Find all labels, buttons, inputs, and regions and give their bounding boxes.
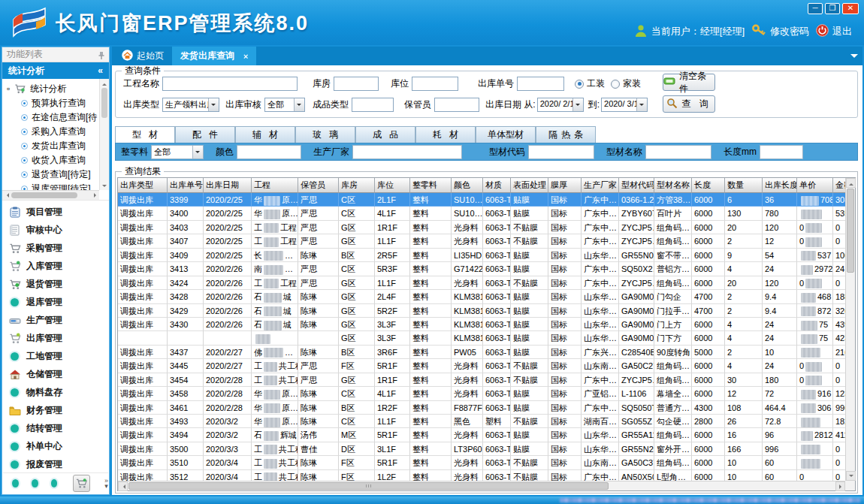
column-header[interactable]: 膜厚 bbox=[548, 178, 582, 193]
outbound-type-select[interactable]: 生产领料出库 bbox=[162, 98, 219, 112]
sidebar-item-material-inventory[interactable]: 物料盘存 bbox=[2, 383, 109, 401]
search-button[interactable]: 查 询 bbox=[663, 95, 715, 113]
column-header[interactable]: 长度 bbox=[692, 178, 725, 193]
mtab-product[interactable]: 成品 bbox=[355, 126, 415, 143]
mtab-auxiliary[interactable]: 辅材 bbox=[235, 126, 295, 143]
column-header[interactable]: 保管员 bbox=[298, 178, 339, 193]
table-row[interactable]: G区3L3F整料KLM38176063-T5贴膜国标山东华…GA90M09.门下… bbox=[118, 331, 845, 345]
scrollbar-thumb[interactable] bbox=[128, 482, 609, 490]
column-header[interactable]: 生产厂家 bbox=[582, 178, 619, 193]
table-row[interactable]: 调拨出库34002020/2/25华原…严思C区4L1F整料SU10…6063-… bbox=[118, 207, 845, 220]
scroll-left-icon[interactable] bbox=[121, 484, 125, 489]
column-header[interactable]: 出库单号 bbox=[168, 178, 204, 193]
close-button[interactable]: ✕ bbox=[842, 3, 859, 14]
profile-code-input[interactable] bbox=[528, 145, 594, 159]
tree-root-statistical-analysis[interactable]: ▫统计分析 bbox=[7, 81, 98, 96]
tab-start-page[interactable]: 起始页 bbox=[113, 47, 172, 65]
table-row[interactable]: 调拨出库34932020/3/2华原…陈琳C区1L1F整料黑色塑料不贴膜国标湖南… bbox=[118, 415, 845, 428]
scroll-up-icon[interactable] bbox=[102, 81, 107, 86]
scrollbar-thumb[interactable] bbox=[101, 88, 107, 118]
sidebar-group-header[interactable]: 统计分析 « bbox=[2, 62, 109, 79]
mtab-single-profile[interactable]: 单体型材 bbox=[476, 126, 536, 143]
order-no-input[interactable] bbox=[517, 77, 564, 91]
tree-expander-icon[interactable]: ▫ bbox=[7, 83, 10, 94]
table-row[interactable]: 调拨出库34072020/2/25工工程严思G区1L1F整料光身料6063-T5… bbox=[118, 234, 845, 248]
table-row[interactable]: 调拨出库34292020/2/26石城陈琳G区5R2F整料KLM38176063… bbox=[118, 304, 845, 318]
date-to-picker[interactable]: 2020/ 3/16 bbox=[601, 98, 648, 112]
date-from-picker[interactable]: 2020/ 2/16 bbox=[537, 98, 584, 112]
tree-item-in-transit-info-query[interactable]: 在途信息查询[待 bbox=[7, 110, 98, 125]
tree-item-return-goods-query[interactable]: 退货查询[待定] bbox=[7, 167, 98, 182]
mtab-consumable[interactable]: 耗材 bbox=[415, 126, 476, 143]
table-row[interactable]: 调拨出库33992020/2/25华原…严思C区2L1F整料SU10…6063-… bbox=[118, 193, 845, 207]
sidebar-item-project-mgmt[interactable]: 项目管理 bbox=[2, 203, 109, 221]
scroll-up-icon[interactable] bbox=[849, 181, 853, 186]
work-decor-radio[interactable] bbox=[575, 80, 584, 89]
cart-shortcut-button[interactable] bbox=[73, 475, 90, 492]
sidebar-item-inbound-mgmt[interactable]: 入库管理 bbox=[2, 257, 109, 275]
table-horizontal-scrollbar[interactable] bbox=[118, 481, 845, 490]
scroll-right-icon[interactable] bbox=[839, 484, 844, 489]
column-header[interactable]: 工程 bbox=[252, 178, 298, 193]
column-header[interactable]: 出库类型 bbox=[118, 178, 168, 193]
scroll-left-icon[interactable] bbox=[5, 193, 9, 198]
table-row[interactable]: 调拨出库34942020/3/2石辉城汤伟M区5R1F整料光身料6063-T5贴… bbox=[118, 428, 845, 442]
dot-icon[interactable] bbox=[51, 479, 58, 487]
product-type-input[interactable] bbox=[352, 98, 394, 112]
part-type-select[interactable]: 全部 bbox=[151, 145, 204, 159]
mtab-accessory[interactable]: 配件 bbox=[175, 126, 235, 143]
sidebar-item-warehouse-mgmt[interactable]: 仓储管理 bbox=[2, 365, 109, 383]
outbound-audit-select[interactable]: 全部 bbox=[264, 98, 305, 112]
sidebar-item-carryover-mgmt[interactable]: 结转管理 bbox=[2, 419, 109, 437]
column-header[interactable]: 库位 bbox=[375, 178, 410, 193]
column-header[interactable]: 颜色 bbox=[452, 178, 483, 193]
scrollbar-thumb[interactable] bbox=[847, 189, 854, 273]
sidebar-item-finance-mgmt[interactable]: 财务管理 bbox=[2, 401, 109, 419]
sidebar-item-return-goods-mgmt[interactable]: 退货管理 bbox=[2, 275, 109, 293]
tree-vertical-scrollbar[interactable] bbox=[99, 79, 109, 190]
sidebar-item-audit-center[interactable]: 审核中心 bbox=[2, 221, 109, 239]
tree-item-shipment-outbound-query[interactable]: 发货出库查询 bbox=[7, 139, 98, 153]
column-header[interactable]: 出库日期 bbox=[204, 178, 252, 193]
chevron-down-icon[interactable] bbox=[208, 98, 219, 111]
maximize-button[interactable]: ❐ bbox=[825, 3, 840, 14]
table-row[interactable]: 调拨出库34302020/2/26石城陈琳G区3L3F整料KLM38176063… bbox=[118, 318, 845, 331]
warehouse-input[interactable] bbox=[334, 77, 379, 91]
chevron-down-icon[interactable] bbox=[192, 146, 203, 158]
keeper-input[interactable] bbox=[434, 98, 479, 112]
sidebar-item-outbound-mgmt[interactable]: 出库管理 bbox=[2, 329, 109, 347]
collapse-icon[interactable]: « bbox=[98, 62, 103, 79]
column-header[interactable]: 整零料 bbox=[410, 178, 452, 193]
manufacturer-input[interactable] bbox=[352, 145, 462, 159]
home-decor-radio[interactable] bbox=[611, 80, 620, 89]
sidebar-item-supplement-center[interactable]: 补单中心 bbox=[2, 437, 109, 455]
sidebar-item-return-store-mgmt[interactable]: 退库管理 bbox=[2, 293, 109, 311]
column-header[interactable]: 型材名称 bbox=[654, 178, 692, 193]
sidebar-item-scrap-mgmt[interactable]: 报废管理 bbox=[2, 455, 109, 473]
location-input[interactable] bbox=[412, 77, 458, 91]
column-header[interactable]: 数量 bbox=[725, 178, 763, 193]
change-password-button[interactable]: 修改密码 bbox=[751, 23, 809, 39]
tree-item-receipt-inbound-query[interactable]: 收货入库查询 bbox=[7, 153, 98, 167]
dot-icon[interactable] bbox=[32, 479, 38, 487]
clear-conditions-button[interactable]: 清空条件 bbox=[663, 74, 715, 91]
column-header[interactable]: 库房 bbox=[339, 178, 375, 193]
column-header[interactable]: 出库长度 bbox=[763, 178, 797, 193]
table-row[interactable]: 调拨出库34582020/2/28华原…陈琳C区4L1F整料光身料6063-T5… bbox=[118, 387, 845, 400]
tree-horizontal-scrollbar[interactable] bbox=[2, 190, 99, 200]
sidebar-item-production-mgmt[interactable]: 生产管理 bbox=[2, 311, 109, 329]
logout-button[interactable]: 退出 bbox=[816, 24, 852, 39]
column-header[interactable]: 材质 bbox=[483, 178, 511, 193]
pin-icon[interactable] bbox=[98, 50, 105, 65]
scroll-down-icon[interactable] bbox=[849, 475, 853, 479]
table-row[interactable]: 调拨出库34372020/2/27佛…陈琳B区3R6F整料PW056063-T5… bbox=[118, 346, 845, 359]
table-row[interactable]: 调拨出库34282020/2/26石城陈琳G区2L4F整料KLM38176063… bbox=[118, 290, 845, 303]
table-row[interactable]: 调拨出库34452020/2/27工共工程严思F区5R1F整料光身料6063-T… bbox=[118, 359, 845, 373]
length-input[interactable] bbox=[760, 145, 803, 159]
profile-name-input[interactable] bbox=[645, 145, 711, 159]
column-header[interactable]: 单价 bbox=[797, 178, 833, 193]
sidebar-item-purchase-mgmt[interactable]: 采购管理 bbox=[2, 239, 109, 257]
table-row[interactable]: 调拨出库34542020/2/28工共工程严思G区1R1F整料光身料6063-T… bbox=[118, 373, 845, 387]
mtab-profile[interactable]: 型材 bbox=[115, 126, 175, 143]
scroll-right-icon[interactable] bbox=[94, 193, 98, 198]
